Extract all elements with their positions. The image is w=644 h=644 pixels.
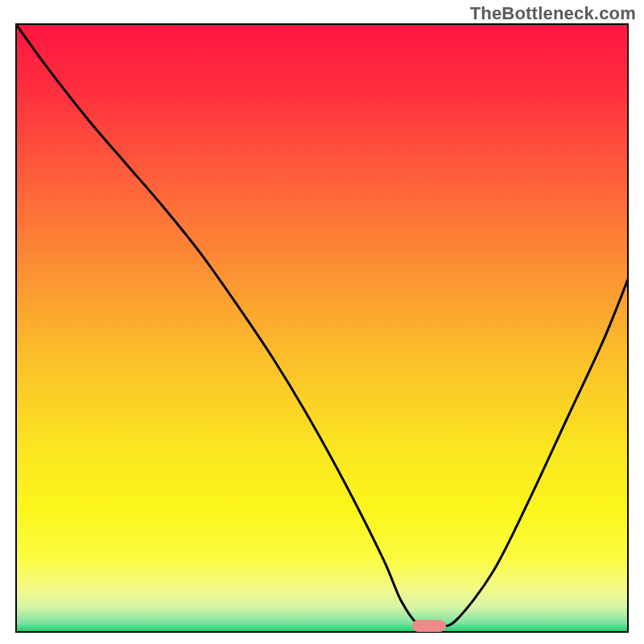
bottleneck-chart: TheBottleneck.com [0,0,644,644]
plot-svg [0,0,644,644]
watermark-label: TheBottleneck.com [470,3,636,24]
gradient-background [16,24,628,632]
optimal-marker [412,620,446,632]
